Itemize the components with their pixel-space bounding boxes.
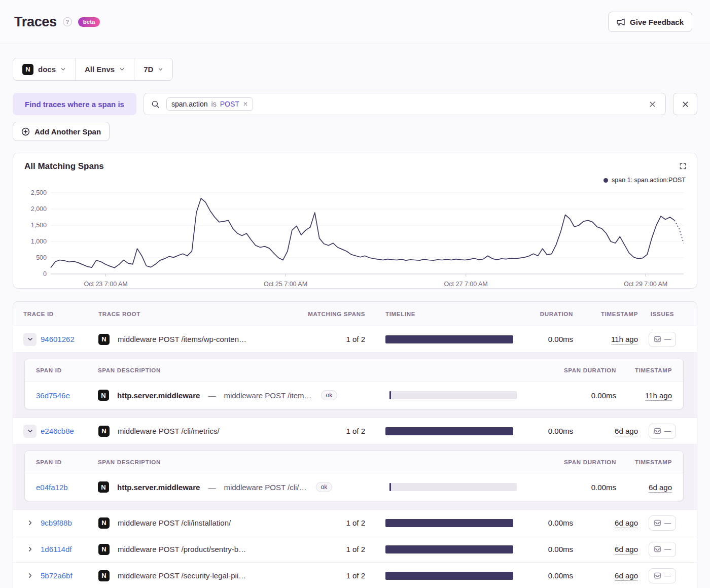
token-value: POST xyxy=(220,100,239,108)
span-status-badge: ok xyxy=(321,390,338,400)
date-range-filter[interactable]: 7D xyxy=(134,58,172,80)
nextjs-icon: N xyxy=(98,390,109,401)
span-row: e04fa12b N http.server.middleware — midd… xyxy=(25,473,683,501)
project-filter-label: docs xyxy=(38,65,56,74)
trace-issues-button[interactable]: — xyxy=(649,568,676,583)
header-span-id: SPAN ID xyxy=(36,459,89,465)
trace-timestamp[interactable]: 6d ago xyxy=(615,571,638,581)
header-span-timestamp: TIMESTAMP xyxy=(616,459,672,465)
spans-subtable-header: SPAN ID SPAN DESCRIPTION SPAN DURATION T… xyxy=(25,359,683,382)
clear-search-icon[interactable] xyxy=(647,98,658,110)
legend-label: span 1: span.action:POST xyxy=(612,177,686,184)
trace-id-link[interactable]: 94601262 xyxy=(41,335,75,343)
chart-title: All Matching Spans xyxy=(24,161,686,171)
trace-id-link[interactable]: e246cb8e xyxy=(41,427,74,435)
expand-trace-chevron[interactable] xyxy=(23,543,37,556)
span-status-badge: ok xyxy=(316,482,333,492)
token-operator: is xyxy=(211,100,217,108)
chevron-down-icon xyxy=(158,66,163,72)
trace-id-link[interactable]: 5b72a6bf xyxy=(41,571,73,580)
trace-timestamp[interactable]: 6d ago xyxy=(615,545,638,555)
trace-duration: 0.00ms xyxy=(513,335,573,343)
issues-empty-dash: — xyxy=(664,545,671,553)
trace-issues-button[interactable]: — xyxy=(649,424,676,439)
trace-timestamp[interactable]: 6d ago xyxy=(615,427,638,436)
trace-root-text: middleware POST /cli/installation/ xyxy=(118,518,231,527)
search-icon xyxy=(151,100,160,109)
span-id-link[interactable]: e04fa12b xyxy=(36,483,68,492)
environment-filter-label: All Envs xyxy=(85,65,115,74)
trace-timeline-bar xyxy=(385,427,513,435)
project-filter[interactable]: N docs xyxy=(13,58,75,80)
matching-spans-count: 1 of 2 xyxy=(304,427,365,435)
expand-trace-chevron[interactable] xyxy=(23,333,37,346)
trace-id-link[interactable]: 1d6114df xyxy=(41,545,72,554)
trace-root-text: middleware POST /product/sentry-b… xyxy=(118,545,246,554)
chevron-down-icon xyxy=(60,66,66,72)
legend-item-span1[interactable]: span 1: span.action:POST xyxy=(604,177,686,184)
matching-spans-count: 1 of 2 xyxy=(304,518,365,527)
header-span-duration: SPAN DURATION xyxy=(540,367,616,373)
token-key: span.action xyxy=(171,100,208,108)
span-description-text: middleware POST /item… xyxy=(224,391,311,400)
nextjs-icon: N xyxy=(98,426,110,437)
span-search-input[interactable]: span.action is POST xyxy=(144,93,666,115)
add-another-span-button[interactable]: Add Another Span xyxy=(13,122,110,141)
y-axis-label: 1,500 xyxy=(31,222,47,229)
span-timestamp[interactable]: 11h ago xyxy=(645,391,672,401)
trace-timeline-bar xyxy=(385,572,513,580)
expand-chart-icon[interactable] xyxy=(677,160,689,172)
trace-timeline-bar xyxy=(385,519,513,527)
spans-subtable-header: SPAN ID SPAN DESCRIPTION SPAN DURATION T… xyxy=(25,451,683,473)
header-timestamp: TIMESTAMP xyxy=(573,311,638,317)
expand-trace-chevron[interactable] xyxy=(23,425,37,438)
environment-filter[interactable]: All Envs xyxy=(75,58,134,80)
header-span-id: SPAN ID xyxy=(36,367,89,373)
chart-line xyxy=(51,198,674,268)
nextjs-icon: N xyxy=(22,64,33,75)
trace-issues-button[interactable]: — xyxy=(649,515,676,531)
issues-empty-dash: — xyxy=(664,335,671,343)
trace-timestamp[interactable]: 6d ago xyxy=(615,518,638,528)
query-token-span-action[interactable]: span.action is POST xyxy=(166,97,253,111)
x-axis-label: Oct 29 7:00 AM xyxy=(624,281,667,288)
y-axis-label: 500 xyxy=(36,254,47,261)
header-duration: DURATION xyxy=(513,311,573,317)
header-timeline: TIMELINE xyxy=(385,311,513,317)
span-timestamp[interactable]: 6d ago xyxy=(649,483,672,493)
spans-subtable: SPAN ID SPAN DESCRIPTION SPAN DURATION T… xyxy=(24,359,684,409)
trace-issues-button[interactable]: — xyxy=(649,332,676,347)
trace-row: 94601262 N middleware POST /items/wp-con… xyxy=(13,326,697,353)
trace-row: 5b72a6bf N middleware POST /security-leg… xyxy=(13,563,697,588)
span-operation: http.server.middleware xyxy=(117,483,200,492)
x-axis-label: Oct 27 7:00 AM xyxy=(444,281,488,288)
span-timeline-bar xyxy=(389,391,517,399)
remove-span-query-button[interactable] xyxy=(673,93,697,115)
issues-icon xyxy=(654,519,661,527)
trace-timestamp[interactable]: 11h ago xyxy=(611,335,638,344)
trace-row: 1d6114df N middleware POST /product/sent… xyxy=(13,536,697,563)
expand-trace-chevron[interactable] xyxy=(23,569,37,582)
nextjs-icon: N xyxy=(98,517,110,529)
help-icon[interactable]: ? xyxy=(63,17,72,26)
spans-line-chart: 05001,0001,5002,0002,500Oct 23 7:00 AMOc… xyxy=(24,187,686,294)
y-axis-label: 2,000 xyxy=(31,205,47,213)
token-remove-icon[interactable] xyxy=(243,101,248,107)
issues-empty-dash: — xyxy=(664,572,671,579)
span-description-text: middleware POST /cli/… xyxy=(224,483,306,492)
expand-trace-chevron[interactable] xyxy=(23,516,37,530)
filter-bar: N docs All Envs 7D xyxy=(13,58,173,81)
issues-icon xyxy=(654,427,661,435)
page-title: Traces xyxy=(14,14,57,30)
trace-issues-button[interactable]: — xyxy=(649,542,676,557)
matching-spans-count: 1 of 2 xyxy=(304,545,365,554)
give-feedback-button[interactable]: Give Feedback xyxy=(608,12,692,32)
trace-duration: 0.00ms xyxy=(513,545,573,554)
header-span-timestamp: TIMESTAMP xyxy=(616,367,672,373)
expanded-trace-zone: SPAN ID SPAN DESCRIPTION SPAN DURATION T… xyxy=(13,353,697,418)
trace-root-text: middleware POST /security-legal-pii… xyxy=(118,571,246,580)
trace-id-link[interactable]: 9cb9f88b xyxy=(41,518,72,527)
date-range-filter-label: 7D xyxy=(144,65,153,74)
chevron-down-icon xyxy=(119,66,125,72)
span-id-link[interactable]: 36d7546e xyxy=(36,391,70,400)
